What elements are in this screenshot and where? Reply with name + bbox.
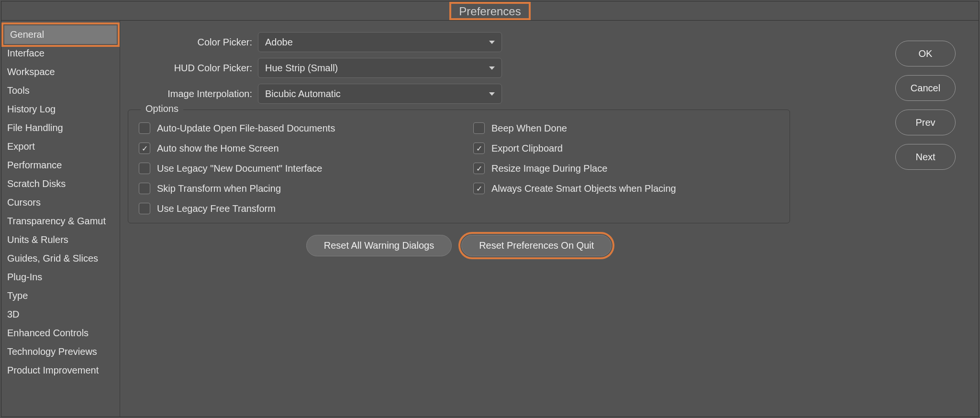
main-panel: Color Picker: Adobe HUD Color Picker: Hu… [120, 21, 979, 417]
image-interpolation-select[interactable]: Bicubic Automatic [258, 84, 502, 104]
color-picker-value: Adobe [265, 37, 293, 48]
chevron-down-icon [489, 41, 495, 44]
option-label: Skip Transform when Placing [157, 183, 281, 194]
option-label: Export Clipboard [491, 143, 563, 154]
image-interpolation-label: Image Interpolation: [128, 88, 252, 99]
sidebar-item-transparency-gamut[interactable]: Transparency & Gamut [1, 212, 120, 231]
checkbox[interactable] [139, 183, 150, 194]
checkbox[interactable] [473, 163, 485, 174]
cancel-button[interactable]: Cancel [895, 75, 956, 101]
next-button[interactable]: Next [895, 144, 956, 170]
color-picker-select[interactable]: Adobe [258, 32, 502, 52]
checkbox[interactable] [139, 203, 150, 214]
sidebar-item-type[interactable]: Type [1, 286, 120, 305]
sidebar-item-plug-ins[interactable]: Plug-Ins [1, 268, 120, 286]
action-buttons: OK Cancel Prev Next [895, 32, 967, 417]
checkbox[interactable] [139, 143, 150, 154]
checkbox[interactable] [139, 163, 150, 174]
sidebar-item-enhanced-controls[interactable]: Enhanced Controls [1, 324, 120, 342]
sidebar-item-tools[interactable]: Tools [1, 81, 120, 100]
chevron-down-icon [489, 66, 495, 70]
reset-warning-dialogs-button[interactable]: Reset All Warning Dialogs [306, 235, 452, 256]
sidebar-item-interface[interactable]: Interface [1, 44, 120, 63]
hud-color-picker-label: HUD Color Picker: [128, 63, 252, 74]
ok-button[interactable]: OK [895, 41, 956, 66]
prev-button[interactable]: Prev [895, 110, 956, 135]
sidebar-item-cursors[interactable]: Cursors [1, 193, 120, 212]
sidebar-item-workspace[interactable]: Workspace [1, 63, 120, 81]
option-label: Beep When Done [491, 123, 567, 134]
color-picker-label: Color Picker: [128, 37, 252, 48]
sidebar-item-history-log[interactable]: History Log [1, 100, 120, 119]
option-skip-transform-when-placing[interactable]: Skip Transform when Placing [139, 183, 445, 194]
options-group: Options Auto-Update Open File-based Docu… [128, 110, 790, 223]
checkbox[interactable] [473, 143, 485, 154]
sidebar-item-guides-grid-slices[interactable]: Guides, Grid & Slices [1, 249, 120, 268]
option-auto-update-open-file-based-documents[interactable]: Auto-Update Open File-based Documents [139, 122, 445, 134]
chevron-down-icon [489, 92, 495, 96]
preferences-dialog: Preferences GeneralInterfaceWorkspaceToo… [1, 1, 979, 417]
option-resize-image-during-place[interactable]: Resize Image During Place [473, 163, 779, 174]
sidebar-item-units-rulers[interactable]: Units & Rulers [1, 231, 120, 249]
option-label: Resize Image During Place [491, 163, 607, 174]
option-beep-when-done[interactable]: Beep When Done [473, 122, 779, 134]
options-legend: Options [141, 103, 183, 114]
option-auto-show-the-home-screen[interactable]: Auto show the Home Screen [139, 143, 445, 154]
image-interpolation-value: Bicubic Automatic [265, 88, 341, 99]
option-label: Auto-Update Open File-based Documents [157, 123, 335, 134]
reset-preferences-on-quit-button[interactable]: Reset Preferences On Quit [461, 235, 612, 256]
option-use-legacy-free-transform[interactable]: Use Legacy Free Transform [139, 203, 445, 214]
category-sidebar: GeneralInterfaceWorkspaceToolsHistory Lo… [1, 21, 120, 417]
checkbox[interactable] [139, 122, 150, 134]
option-always-create-smart-objects-when-placing[interactable]: Always Create Smart Objects when Placing [473, 183, 779, 194]
window-title: Preferences [450, 3, 529, 19]
hud-color-picker-select[interactable]: Hue Strip (Small) [258, 58, 502, 78]
sidebar-item-file-handling[interactable]: File Handling [1, 119, 120, 137]
sidebar-item-3d[interactable]: 3D [1, 305, 120, 324]
sidebar-item-product-improvement[interactable]: Product Improvement [1, 361, 120, 380]
option-export-clipboard[interactable]: Export Clipboard [473, 143, 779, 154]
dialog-body: GeneralInterfaceWorkspaceToolsHistory Lo… [1, 21, 979, 417]
option-label: Always Create Smart Objects when Placing [491, 183, 676, 194]
sidebar-item-performance[interactable]: Performance [1, 156, 120, 175]
form-column: Color Picker: Adobe HUD Color Picker: Hu… [128, 32, 895, 417]
option-label: Auto show the Home Screen [157, 143, 279, 154]
option-label: Use Legacy Free Transform [157, 203, 276, 214]
sidebar-item-technology-previews[interactable]: Technology Previews [1, 342, 120, 361]
option-label: Use Legacy "New Document" Interface [157, 163, 322, 174]
titlebar: Preferences [1, 1, 979, 21]
hud-color-picker-value: Hue Strip (Small) [265, 63, 338, 74]
checkbox[interactable] [473, 122, 485, 134]
sidebar-item-export[interactable]: Export [1, 137, 120, 156]
option-use-legacy-new-document-interface[interactable]: Use Legacy "New Document" Interface [139, 163, 445, 174]
sidebar-item-general[interactable]: General [4, 25, 117, 44]
sidebar-item-scratch-disks[interactable]: Scratch Disks [1, 175, 120, 193]
checkbox[interactable] [473, 183, 485, 194]
